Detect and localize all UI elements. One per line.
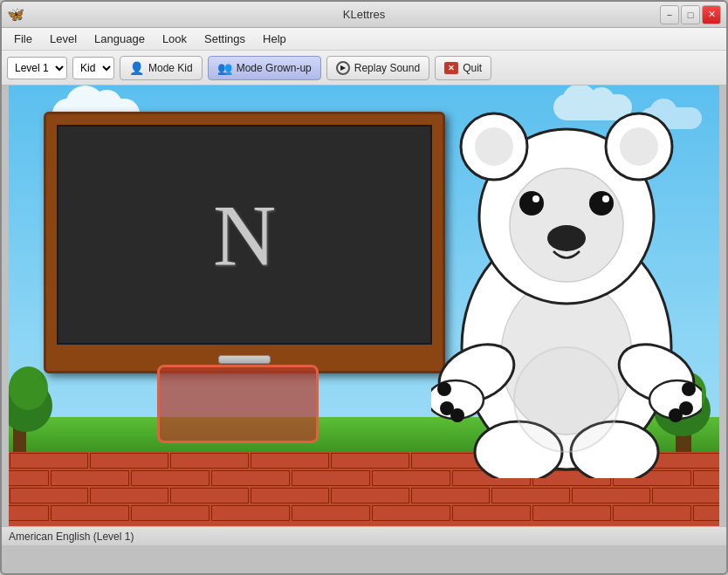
svg-point-8	[519, 191, 544, 216]
brick	[251, 453, 329, 469]
mode-kid-button[interactable]: 👤 Mode Kid	[120, 56, 203, 80]
svg-point-5	[475, 127, 513, 166]
quit-label: Quit	[463, 62, 482, 74]
brick	[131, 505, 209, 521]
brick	[652, 488, 719, 503]
answer-input-box[interactable]	[157, 365, 319, 443]
svg-point-17	[450, 408, 464, 422]
brick	[170, 453, 249, 469]
brick	[90, 488, 168, 503]
svg-point-11	[602, 195, 609, 202]
svg-point-9	[532, 195, 539, 202]
brick	[292, 505, 370, 521]
brick	[491, 488, 570, 503]
brick	[331, 453, 409, 469]
svg-point-20	[682, 382, 696, 396]
teddy-bear-svg	[431, 103, 702, 478]
brick	[9, 505, 49, 521]
quit-red-icon: ✕	[444, 62, 458, 74]
quit-icon: ✕	[444, 62, 458, 74]
brick	[10, 453, 88, 469]
language-select[interactable]: Kid	[72, 57, 114, 79]
brick	[372, 505, 450, 521]
brick	[131, 470, 209, 486]
brick	[211, 470, 290, 486]
maximize-button[interactable]: □	[681, 5, 700, 24]
brick	[170, 488, 249, 503]
play-circle-icon: ▶	[336, 61, 350, 75]
menu-level[interactable]: Level	[41, 31, 86, 47]
brick	[90, 453, 168, 469]
menubar: File Level Language Look Settings Help	[2, 28, 726, 51]
replay-sound-label: Replay Sound	[354, 62, 420, 74]
menu-language[interactable]: Language	[86, 31, 154, 47]
chalk-eraser	[218, 355, 271, 364]
mode-grownup-label: Mode Grown-up	[237, 62, 312, 74]
brick-row-3	[9, 487, 719, 504]
svg-point-12	[547, 225, 586, 251]
menu-settings[interactable]: Settings	[196, 31, 254, 47]
brick	[10, 488, 88, 503]
chalkboard: N	[44, 112, 445, 373]
svg-point-10	[589, 191, 614, 216]
brick	[51, 470, 129, 486]
level-select[interactable]: Level 1 Level 2 Level 3 Level 4	[7, 57, 67, 79]
brick	[693, 505, 719, 521]
mode-kid-label: Mode Kid	[148, 62, 193, 74]
brick	[292, 470, 370, 486]
app-icon: 🦋	[7, 6, 24, 23]
app-window: 🦋 KLettres − □ ✕ File Level Language Loo…	[0, 0, 728, 575]
brick	[211, 505, 290, 521]
svg-point-15	[437, 382, 451, 396]
toolbar: Level 1 Level 2 Level 3 Level 4 Kid 👤 Mo…	[2, 51, 726, 86]
minimize-button[interactable]: −	[660, 5, 679, 24]
svg-point-22	[669, 408, 683, 422]
brick	[532, 505, 611, 521]
teddy-bear	[431, 103, 702, 478]
menu-file[interactable]: File	[5, 31, 41, 47]
mode-kid-icon: 👤	[129, 61, 144, 75]
chalkboard-frame: N	[44, 112, 445, 373]
titlebar-title: KLettres	[343, 8, 385, 21]
mode-grownup-button[interactable]: 👥 Mode Grown-up	[208, 56, 321, 80]
brick	[51, 505, 129, 521]
titlebar-controls: − □ ✕	[660, 5, 721, 24]
menu-help[interactable]: Help	[254, 31, 295, 47]
titlebar: 🦋 KLettres − □ ✕	[2, 2, 726, 28]
brick-row-4	[9, 504, 719, 522]
brick	[572, 488, 650, 503]
close-button[interactable]: ✕	[702, 5, 721, 24]
chalk-letter: N	[213, 185, 276, 285]
svg-point-7	[620, 127, 658, 166]
brick	[251, 488, 329, 503]
brick	[411, 488, 490, 503]
titlebar-left: 🦋	[7, 6, 24, 23]
svg-point-25	[514, 347, 619, 452]
brick	[331, 488, 409, 503]
menu-look[interactable]: Look	[154, 31, 196, 47]
brick	[9, 470, 49, 486]
replay-sound-icon: ▶	[336, 61, 350, 75]
brick	[613, 505, 691, 521]
brick	[452, 505, 531, 521]
game-area: N	[9, 86, 719, 526]
chalkboard-inner: N	[57, 125, 432, 345]
quit-button[interactable]: ✕ Quit	[435, 56, 491, 80]
mode-grownup-icon: 👥	[217, 61, 232, 75]
status-text: American English (Level 1)	[9, 531, 134, 543]
statusbar: American English (Level 1)	[2, 526, 726, 545]
replay-sound-button[interactable]: ▶ Replay Sound	[326, 56, 429, 80]
